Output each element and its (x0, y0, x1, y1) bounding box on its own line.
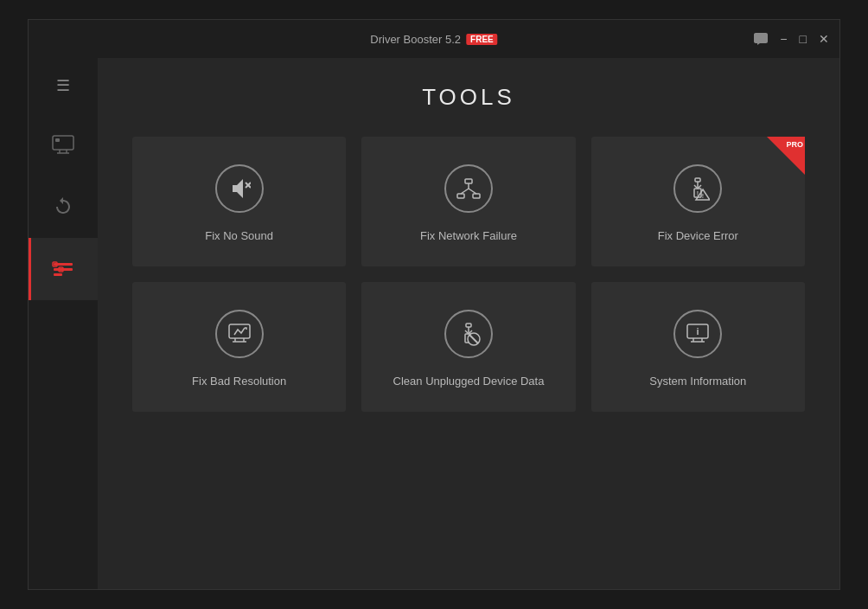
svg-text:i: i (697, 326, 699, 337)
maximize-button[interactable]: □ (800, 33, 807, 45)
fix-no-sound-label: Fix No Sound (205, 228, 273, 244)
sidebar-item-display[interactable] (29, 113, 98, 176)
chat-button[interactable] (754, 33, 768, 45)
sidebar-menu-button[interactable]: ☰ (29, 67, 98, 105)
main-layout: ☰ (29, 58, 839, 589)
sidebar-item-restore[interactable] (29, 176, 98, 238)
display-icon (52, 135, 74, 154)
tools-icon (52, 260, 74, 279)
svg-rect-13 (457, 194, 464, 198)
minimize-button[interactable]: − (780, 33, 787, 45)
app-window: Driver Booster 5.2 FREE − □ ✕ ☰ (28, 19, 840, 590)
svg-text:!: ! (702, 193, 704, 199)
fix-bad-resolution-label: Fix Bad Resolution (192, 374, 286, 389)
clean-unplugged-icon (444, 310, 493, 358)
tool-card-fix-bad-resolution[interactable]: Fix Bad Resolution (132, 282, 346, 412)
title-bar-center: Driver Booster 5.2 FREE (370, 33, 497, 46)
page-title: TOOLS (132, 84, 805, 111)
sidebar: ☰ (29, 58, 98, 589)
fix-device-error-icon: ! ! (673, 164, 722, 213)
svg-rect-14 (473, 194, 480, 198)
svg-line-17 (469, 189, 476, 194)
app-title: Driver Booster 5.2 (370, 33, 461, 46)
svg-rect-30 (466, 324, 471, 327)
svg-rect-18 (695, 178, 700, 182)
tool-card-fix-device-error[interactable]: PRO ! ! (591, 137, 805, 266)
fix-network-failure-icon (444, 164, 493, 213)
free-badge: FREE (466, 34, 498, 45)
system-information-icon: i (673, 310, 722, 358)
fix-bad-resolution-icon (215, 310, 264, 358)
sidebar-item-tools[interactable] (29, 238, 98, 300)
svg-rect-4 (55, 138, 60, 142)
system-information-label: System Information (649, 374, 746, 389)
tool-card-fix-no-sound[interactable]: Fix No Sound (132, 137, 346, 266)
pro-badge-text: PRO (786, 140, 803, 149)
svg-rect-7 (54, 273, 62, 276)
content-area: TOOLS Fix No Sound (98, 58, 839, 589)
tool-card-fix-network-failure[interactable]: Fix Network Failure (361, 137, 575, 266)
tools-grid: Fix No Sound Fix Network (132, 137, 805, 412)
close-button[interactable]: ✕ (819, 33, 829, 45)
svg-line-16 (461, 189, 469, 194)
title-bar-right: − □ ✕ (754, 33, 829, 45)
tool-card-clean-unplugged[interactable]: Clean Unplugged Device Data (361, 282, 575, 412)
restore-icon (53, 196, 73, 217)
svg-rect-12 (465, 179, 472, 183)
tool-card-system-information[interactable]: i System Information (591, 282, 805, 412)
fix-device-error-label: Fix Device Error (658, 228, 738, 244)
svg-rect-0 (53, 136, 73, 150)
clean-unplugged-label: Clean Unplugged Device Data (393, 374, 545, 389)
title-bar: Driver Booster 5.2 FREE − □ ✕ (29, 20, 839, 58)
fix-no-sound-icon (215, 164, 264, 213)
fix-network-failure-label: Fix Network Failure (420, 228, 517, 244)
hamburger-icon: ☰ (56, 76, 70, 95)
